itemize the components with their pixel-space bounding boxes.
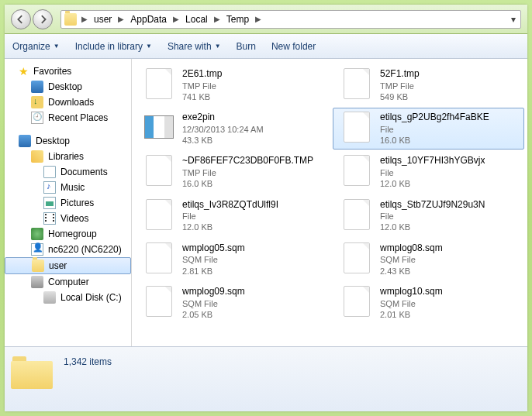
file-item[interactable]: wmplog05.sqmSQM File2.81 KB xyxy=(135,239,326,280)
videos-icon xyxy=(43,212,56,225)
sidebar-desktop-root[interactable]: Desktop xyxy=(5,133,131,149)
forward-button[interactable] xyxy=(33,9,53,29)
file-icon xyxy=(341,286,372,317)
file-icon xyxy=(341,242,372,273)
chevron-right-icon[interactable]: ▶ xyxy=(254,15,263,23)
file-type: File xyxy=(380,167,485,178)
file-type: SQM File xyxy=(182,298,245,309)
disk-icon xyxy=(43,291,56,304)
share-with-button[interactable]: Share with ▼ xyxy=(168,41,221,52)
file-item[interactable]: ~DF86FEF7C23DB0F0FB.TMPTMP File16.0 KB xyxy=(135,151,326,193)
file-size: 2.81 KB xyxy=(182,266,245,277)
file-size: 43.3 KB xyxy=(182,135,264,146)
chevron-right-icon[interactable]: ▶ xyxy=(80,15,89,23)
sidebar-favorites[interactable]: ★Favorites xyxy=(5,64,131,79)
file-info: wmplog08.sqmSQM File2.43 KB xyxy=(380,242,443,277)
pictures-icon xyxy=(43,197,56,209)
file-name: wmplog08.sqm xyxy=(380,242,443,255)
breadcrumb-segment[interactable]: Temp xyxy=(222,11,254,28)
file-item[interactable]: etilqs_Iv3R8ZQTdUlfl9IFile12.0 KB xyxy=(135,195,326,237)
sidebar-item-recent-places[interactable]: Recent Places xyxy=(5,110,131,125)
sidebar-item-desktop[interactable]: Desktop xyxy=(5,79,131,95)
sidebar-item-homegroup[interactable]: Homegroup xyxy=(5,226,131,242)
sidebar-item-local-disk[interactable]: Local Disk (C:) xyxy=(5,290,131,305)
file-name: etilqs_Stb7ZUJf9N29u3N xyxy=(380,199,485,211)
file-item[interactable]: wmplog08.sqmSQM File2.43 KB xyxy=(333,239,524,280)
chevron-right-icon[interactable]: ▶ xyxy=(171,15,181,23)
chevron-down-icon: ▼ xyxy=(215,43,221,50)
homegroup-icon xyxy=(31,228,43,240)
sidebar-item-downloads[interactable]: Downloads xyxy=(5,95,131,110)
file-item[interactable]: wmplog09.sqmSQM File2.05 KB xyxy=(135,282,326,324)
folder-large-icon xyxy=(11,353,53,395)
organize-button[interactable]: Organize ▼ xyxy=(12,41,60,52)
file-icon xyxy=(341,112,372,143)
file-info: etilqs_Stb7ZUJf9N29u3NFile12.0 KB xyxy=(380,199,485,233)
file-type: SQM File xyxy=(380,254,443,265)
sidebar-item-network-user[interactable]: nc6220 (NC6220) xyxy=(5,242,131,257)
file-size: 2.43 KB xyxy=(380,266,443,277)
file-icon xyxy=(143,199,174,230)
sidebar-item-documents[interactable]: Documents xyxy=(5,164,131,180)
file-info: 52F1.tmpTMP File549 KB xyxy=(380,68,420,102)
file-info: etilqs_Iv3R8ZQTdUlfl9IFile12.0 KB xyxy=(182,199,278,233)
chevron-right-icon[interactable]: ▶ xyxy=(116,15,126,23)
sidebar-item-videos[interactable]: Videos xyxy=(5,211,131,226)
item-count: 1,342 items xyxy=(64,353,112,367)
file-list: 2E61.tmpTMP File741 KB52F1.tmpTMP File54… xyxy=(132,59,527,346)
titlebar: ▶ user ▶ AppData ▶ Local ▶ Temp ▶ ▾ xyxy=(5,5,527,34)
burn-button[interactable]: Burn xyxy=(237,41,256,52)
file-name: wmplog10.sqm xyxy=(380,286,443,298)
explorer-window: ▶ user ▶ AppData ▶ Local ▶ Temp ▶ ▾ Orga… xyxy=(5,5,527,411)
file-icon xyxy=(143,286,174,317)
breadcrumb-segment[interactable]: user xyxy=(89,11,116,28)
sidebar-item-computer[interactable]: Computer xyxy=(5,274,131,290)
file-item[interactable]: wmplog10.sqmSQM File2.01 KB xyxy=(333,282,524,324)
file-item[interactable]: exe2pin12/30/2013 10:24 AM43.3 KB xyxy=(135,108,326,150)
file-name: wmplog09.sqm xyxy=(182,286,245,298)
address-bar[interactable]: ▶ user ▶ AppData ▶ Local ▶ Temp ▶ ▾ xyxy=(60,10,521,29)
file-type: File xyxy=(380,211,485,222)
file-type: File xyxy=(380,124,489,135)
back-button[interactable] xyxy=(11,9,31,29)
toolbar: Organize ▼ Include in library ▼ Share wi… xyxy=(5,34,527,59)
star-icon: ★ xyxy=(19,65,29,77)
file-type: 12/30/2013 10:24 AM xyxy=(182,124,264,135)
sidebar-item-libraries[interactable]: Libraries xyxy=(5,149,131,164)
file-size: 12.0 KB xyxy=(380,178,485,189)
computer-icon xyxy=(31,276,43,288)
breadcrumb-segment[interactable]: AppData xyxy=(126,11,171,28)
file-type: SQM File xyxy=(182,254,245,265)
file-size: 2.05 KB xyxy=(182,309,245,320)
file-info: exe2pin12/30/2013 10:24 AM43.3 KB xyxy=(182,112,264,146)
sidebar-item-user[interactable]: user xyxy=(5,257,131,274)
address-dropdown[interactable]: ▾ xyxy=(506,14,520,25)
chevron-right-icon[interactable]: ▶ xyxy=(212,15,222,23)
sidebar-item-pictures[interactable]: Pictures xyxy=(5,195,131,211)
include-in-library-button[interactable]: Include in library ▼ xyxy=(75,41,152,52)
details-pane: 1,342 items xyxy=(5,346,527,411)
new-folder-button[interactable]: New folder xyxy=(271,41,316,52)
file-info: wmplog10.sqmSQM File2.01 KB xyxy=(380,286,443,320)
file-icon xyxy=(143,68,174,99)
breadcrumb-segment[interactable]: Local xyxy=(181,11,212,28)
file-item[interactable]: etilqs_gP2UBg2fh4FaBKEFile16.0 KB xyxy=(333,108,524,150)
file-type: File xyxy=(182,211,278,222)
file-item[interactable]: 2E61.tmpTMP File741 KB xyxy=(135,64,326,106)
file-icon xyxy=(341,68,372,99)
file-item[interactable]: etilqs_Stb7ZUJf9N29u3NFile12.0 KB xyxy=(333,195,524,237)
user-icon xyxy=(31,243,43,256)
folder-icon xyxy=(64,13,77,26)
body: ★Favorites Desktop Downloads Recent Plac… xyxy=(5,59,527,346)
documents-icon xyxy=(43,166,56,178)
file-info: etilqs_gP2UBg2fh4FaBKEFile16.0 KB xyxy=(380,112,489,146)
file-item[interactable]: etilqs_10YF7HI3hYGBvjxFile12.0 KB xyxy=(333,151,524,193)
file-name: etilqs_10YF7HI3hYGBvjx xyxy=(380,155,485,167)
file-info: wmplog05.sqmSQM File2.81 KB xyxy=(182,242,245,277)
forward-arrow-icon xyxy=(38,15,47,24)
desktop-icon xyxy=(31,81,43,93)
application-icon xyxy=(143,112,174,143)
sidebar-item-music[interactable]: Music xyxy=(5,180,131,195)
file-item[interactable]: 52F1.tmpTMP File549 KB xyxy=(333,64,524,106)
file-info: wmplog09.sqmSQM File2.05 KB xyxy=(182,286,245,320)
